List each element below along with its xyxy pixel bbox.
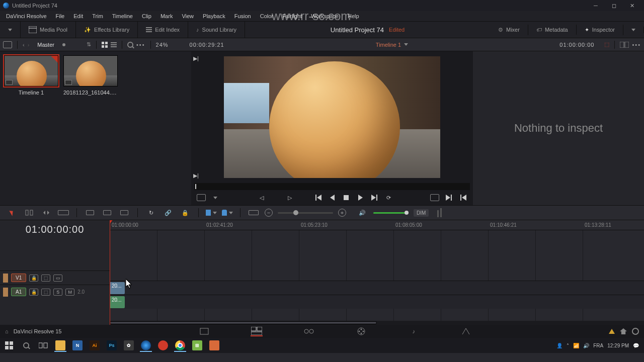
timeline-timecode[interactable]: 01:00:00:00 [0,220,110,238]
menu-davinci[interactable]: DaVinci Resolve [2,12,51,20]
sound-library-toggle[interactable]: ♪ Sound Library [193,25,239,35]
system-tray[interactable]: 👤 ˄ 📶 🔊 FRA 12:29 PM 💬 [552,343,643,348]
illustrator-taskbar[interactable]: Ai [87,339,103,352]
jog-fwd-button[interactable]: ▷ [285,193,295,203]
stop-button[interactable] [341,193,351,203]
bypass-grades-button[interactable]: ⬚ [604,41,609,48]
bin-name[interactable]: Master [32,41,59,49]
menu-color[interactable]: Color [256,12,277,20]
viewer-zoom[interactable]: 24% [156,42,169,48]
viewer-options-button[interactable]: ••• [632,42,641,48]
zoom-slider[interactable] [278,212,333,214]
file-explorer-taskbar[interactable] [52,339,68,352]
zoom-in-button[interactable]: + [338,209,346,217]
video-track-header[interactable]: V1 🔒 ⬚ ▭ [0,270,110,285]
go-to-start-button[interactable] [313,193,323,203]
notifications-icon[interactable]: 💬 [633,343,639,348]
lock-button[interactable]: 🔒 [179,208,191,218]
nav-fwd-button[interactable]: › [28,42,30,48]
overwrite-clip-button[interactable] [101,208,113,218]
retime-button[interactable]: ↻ [145,208,157,218]
menu-timeline[interactable]: Timeline [108,12,137,20]
list-view-button[interactable] [111,42,117,47]
media-page-button[interactable] [198,326,210,336]
taskbar-app[interactable]: ⊞ [189,339,205,352]
overlay-options-button[interactable] [210,193,220,203]
prev-clip-button[interactable] [458,193,468,203]
match-frame-next-button[interactable]: ▶| [193,172,199,179]
photoshop-taskbar[interactable]: Ps [104,339,120,352]
media-clip[interactable]: 20181123_161044.mp4 [63,55,118,201]
track-enable-button[interactable]: ▭ [53,275,62,282]
audio-meters-toggle[interactable] [434,208,446,218]
bin-list-button[interactable] [3,41,12,48]
flag-picker[interactable] [206,210,217,216]
media-options-button[interactable]: ••• [136,42,145,48]
timeline-clip-video[interactable]: 20... [110,282,125,294]
menu-view[interactable]: View [178,12,198,20]
audio-track-chip[interactable]: A1 [11,288,26,296]
timeline-playhead[interactable] [110,220,110,325]
blade-tool[interactable] [57,208,69,218]
task-view-button[interactable] [35,339,51,352]
loop-button[interactable]: ⟳ [383,193,393,203]
menu-playback[interactable]: Playback [199,12,229,20]
thumbnail-view-button[interactable] [102,42,108,48]
trim-tool[interactable] [23,208,35,218]
dynamic-trim-tool[interactable] [40,208,52,218]
link-button[interactable]: 🔗 [162,208,174,218]
metadata-toggle[interactable]: 🏷 Metadata [533,25,571,35]
resolve-taskbar[interactable] [138,339,154,352]
people-icon[interactable]: 👤 [556,343,562,348]
clip-thumbnail[interactable] [4,55,58,86]
video-track-chip[interactable]: V1 [11,274,26,282]
timeline-view-options[interactable] [248,208,260,218]
edit-index-toggle[interactable]: Edit Index [143,25,183,35]
menu-mark[interactable]: Mark [156,12,177,20]
match-frame-prev-button[interactable]: ▶| [193,55,199,62]
home-icon[interactable]: ⌂ [5,328,9,334]
volume-slider[interactable] [373,212,409,214]
track-color-swatch[interactable] [3,274,8,283]
project-manager-button[interactable] [620,328,627,334]
chevron-down-icon[interactable] [404,43,408,46]
timeline-ruler[interactable]: 01:00:00:00 01:02:41:20 01:05:23:10 01:0… [110,220,644,230]
auto-select-button[interactable]: ⬚ [41,275,50,282]
window-minimize-button[interactable]: ─ [587,0,605,11]
playhead-icon[interactable] [195,184,196,189]
menu-trim[interactable]: Trim [88,12,107,20]
project-settings-button[interactable] [632,328,639,335]
window-maximize-button[interactable]: ◻ [605,0,623,11]
slider-knob[interactable] [405,211,409,215]
slider-knob[interactable] [293,210,298,215]
panel-dropdown-right[interactable] [628,27,638,33]
zoom-out-button[interactable]: − [265,209,273,217]
clip-thumbnail[interactable] [63,55,118,86]
chrome-taskbar[interactable] [172,339,188,352]
media-clip[interactable]: Timeline 1 [4,55,58,201]
window-close-button[interactable]: ✕ [623,0,641,11]
timeline-clip-audio[interactable]: 20... [110,296,125,308]
mixer-toggle[interactable]: ⚙ Mixer [495,25,523,35]
video-track-lane[interactable]: 20... [110,281,644,295]
menu-fairlight[interactable]: Fairlight [278,12,306,20]
transform-overlay-button[interactable] [196,193,206,203]
track-lock-button[interactable]: 🔒 [29,289,38,296]
play-button[interactable] [355,193,365,203]
search-taskbar-button[interactable] [18,339,34,352]
insert-clip-button[interactable] [84,208,96,218]
dim-button[interactable]: DIM [414,209,429,217]
volume-tray-icon[interactable]: 🔊 [583,343,589,348]
marker-picker[interactable] [222,210,233,216]
menu-fusion[interactable]: Fusion [230,12,255,20]
viewer-canvas[interactable] [224,56,440,178]
timeline-tracks[interactable]: 01:00:00:00 01:02:41:20 01:05:23:10 01:0… [110,220,644,325]
solo-button[interactable]: S [53,289,62,296]
menu-clip[interactable]: Clip [138,12,155,20]
mute-button[interactable]: 🔊 [356,208,368,218]
viewer-scrubber[interactable] [194,183,470,190]
jog-back-button[interactable]: ◁ [257,193,267,203]
go-to-end-button[interactable] [369,193,379,203]
sort-button[interactable]: ⇅ [87,41,91,48]
tray-up-icon[interactable]: ˄ [567,343,569,348]
